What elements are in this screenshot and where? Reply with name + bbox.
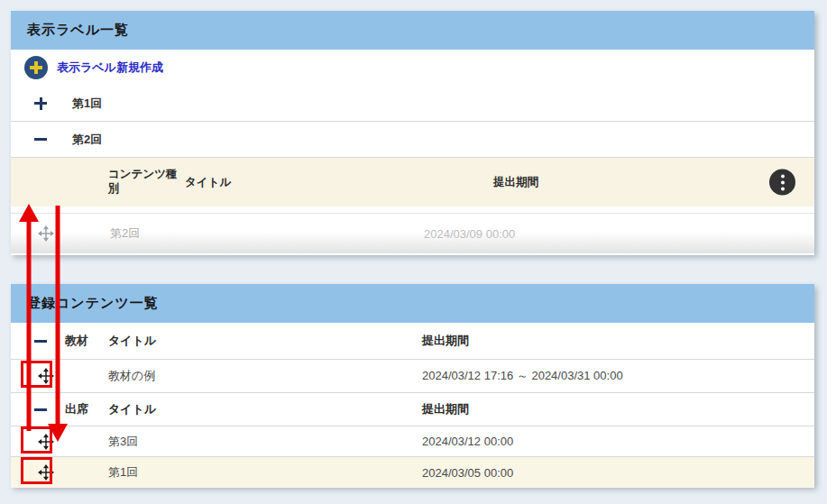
- panel-title: 登録コンテンツ一覧: [27, 295, 159, 312]
- page-title: 表示ラベル一覧: [27, 22, 129, 39]
- drop-target-strip: [11, 206, 814, 214]
- label-group-name: 第1回: [72, 96, 102, 112]
- content-title: 第1回: [108, 464, 138, 481]
- column-title: タイトル: [108, 333, 156, 349]
- minus-icon[interactable]: [34, 133, 47, 146]
- move-icon: [38, 225, 54, 242]
- move-icon[interactable]: [38, 434, 54, 450]
- column-period: 提出期間: [422, 401, 469, 417]
- ghost-row-period: 2024/03/09 00:00: [424, 227, 515, 241]
- content-row-shusseki-2: 第1回 2024/03/05 00:00: [11, 457, 814, 488]
- content-row-kyozai-1: 教材の例 2024/03/12 17:16 ～ 2024/03/31 00:00: [11, 360, 814, 393]
- label-group-row-1: 第1回: [11, 86, 814, 122]
- content-title: 教材の例: [108, 368, 155, 384]
- move-icon[interactable]: [38, 464, 54, 481]
- label-table-header: コンテンツ種別 タイトル 提出期間: [11, 158, 814, 206]
- column-title: タイトル: [185, 175, 231, 190]
- content-period: 2024/03/12 17:16 ～ 2024/03/31 00:00: [422, 368, 623, 384]
- move-icon[interactable]: [38, 368, 54, 384]
- content-title: 第3回: [108, 434, 138, 450]
- plus-circle-icon[interactable]: [24, 56, 48, 79]
- content-period: 2024/03/12 00:00: [422, 435, 513, 448]
- registered-content-panel-header: 登録コンテンツ一覧: [11, 284, 814, 323]
- create-label-link[interactable]: 表示ラベル新規作成: [11, 50, 814, 86]
- category-label: 出席: [65, 401, 88, 417]
- drag-ghost-row: 第2回 2024/03/09 00:00: [11, 214, 814, 253]
- column-title: タイトル: [108, 401, 156, 417]
- content-period: 2024/03/05 00:00: [422, 466, 513, 480]
- registered-content-panel: 登録コンテンツ一覧 教材 タイトル 提出期間 教材の例 2024/03/12 1…: [11, 284, 814, 487]
- minus-icon[interactable]: [34, 403, 47, 416]
- minus-icon[interactable]: [34, 334, 47, 347]
- content-group-header-shusseki: 出席 タイトル 提出期間: [11, 393, 814, 426]
- content-row-shusseki-1: 第3回 2024/03/12 00:00: [11, 426, 814, 457]
- ghost-row-title: 第2回: [110, 225, 140, 242]
- kebab-menu-icon[interactable]: [769, 170, 795, 196]
- screen: { "label_panel": { "title": "表示ラベル一覧", "…: [0, 0, 827, 504]
- content-group-header-kyozai: 教材 タイトル 提出期間: [11, 323, 814, 360]
- category-label: 教材: [65, 333, 88, 349]
- label-list-panel-header: 表示ラベル一覧: [11, 11, 814, 50]
- label-group-name: 第2回: [72, 132, 102, 148]
- column-content-type: コンテンツ種別: [108, 168, 184, 196]
- plus-icon[interactable]: [34, 97, 47, 110]
- label-group-row-2: 第2回: [11, 122, 814, 158]
- column-period: 提出期間: [493, 175, 538, 190]
- create-label-link-text[interactable]: 表示ラベル新規作成: [57, 60, 163, 76]
- label-list-panel: 表示ラベル一覧 表示ラベル新規作成 第1回 第2回 コンテンツ種別 タイトル 提…: [11, 11, 814, 255]
- column-period: 提出期間: [422, 333, 469, 349]
